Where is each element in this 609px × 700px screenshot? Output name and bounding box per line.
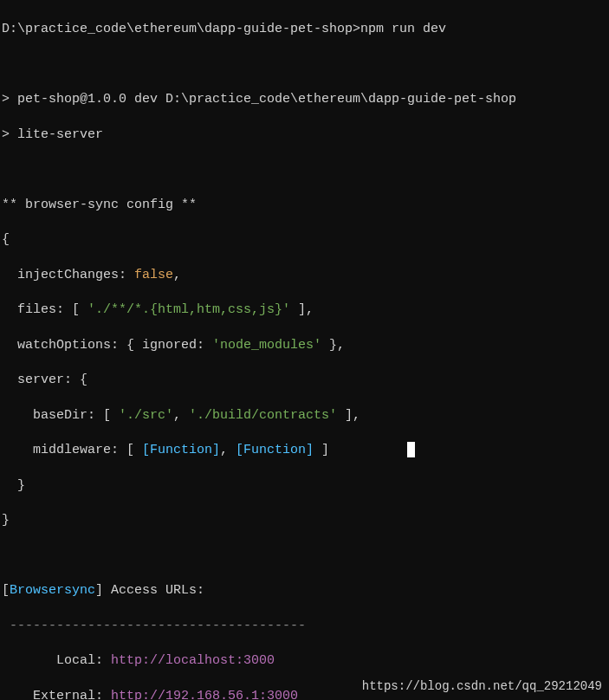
config-server-close: } — [2, 477, 607, 495]
config-server-open: server: { — [2, 372, 607, 389]
bs-local: Local: http://localhost:3000 — [2, 652, 607, 670]
prompt-command: npm run dev — [360, 22, 446, 36]
config-files: files: [ './**/*.{html,htm,css,js}' ], — [2, 301, 607, 319]
config-basedir: baseDir: [ './src', './build/contracts' … — [2, 407, 607, 425]
prompt-path: D:\practice_code\ethereum\dapp-guide-pet… — [2, 22, 360, 36]
npm-line-2: > lite-server — [2, 126, 607, 144]
bs-access-urls: [Browsersync] Access URLs: — [2, 582, 607, 600]
bs-rule: -------------------------------------- — [2, 618, 607, 635]
cursor-icon — [407, 442, 415, 457]
config-close: } — [2, 512, 607, 529]
config-open: { — [2, 231, 607, 249]
prompt-line: D:\practice_code\ethereum\dapp-guide-pet… — [2, 21, 607, 38]
config-injectchanges: injectChanges: false, — [2, 267, 607, 284]
config-header: ** browser-sync config ** — [2, 197, 607, 214]
config-middleware: middleware: [ [Function], [Function] ] — [2, 442, 607, 459]
watermark-text: https://blog.csdn.net/qq_29212049 — [362, 678, 602, 695]
config-watchoptions: watchOptions: { ignored: 'node_modules' … — [2, 337, 607, 354]
terminal-output: D:\practice_code\ethereum\dapp-guide-pet… — [0, 0, 609, 700]
npm-line-1: > pet-shop@1.0.0 dev D:\practice_code\et… — [2, 91, 607, 108]
